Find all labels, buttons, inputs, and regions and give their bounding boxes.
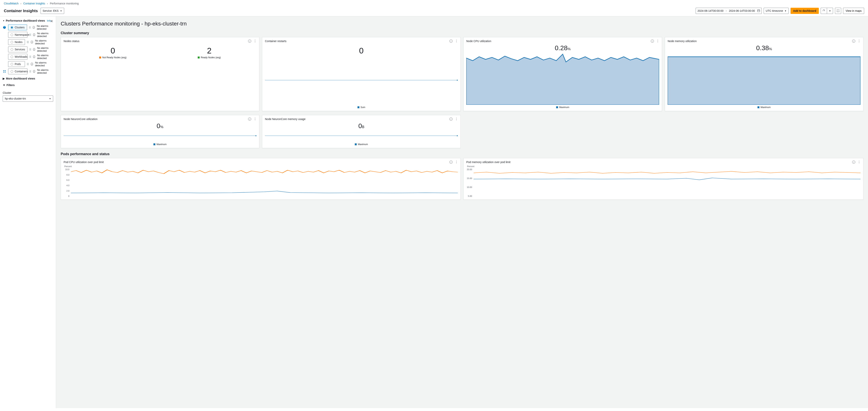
y-axis-label: Percent (64, 165, 458, 168)
triangle-down-icon: ▼ (3, 83, 5, 87)
menu-icon[interactable]: ⋮ (253, 40, 256, 43)
pods-section-title: Pods performance and status (61, 152, 863, 156)
alarm-status-box (29, 48, 31, 50)
view-containers[interactable]: Containers (8, 69, 27, 74)
ready-value: 2 (198, 46, 221, 56)
filters-label: Filters (6, 83, 15, 87)
view-label: Workloads (15, 55, 27, 58)
y-tick: 0 (64, 195, 69, 197)
restarts-value: 0 (359, 46, 364, 56)
chevron-right-icon: › (726, 9, 726, 12)
view-services[interactable]: Services (8, 46, 27, 52)
info-icon[interactable]: i (651, 40, 654, 43)
svg-point-7 (5, 72, 6, 73)
view-nodes-radio[interactable] (11, 41, 13, 43)
view-containers-radio[interactable] (11, 70, 13, 73)
view-pods-radio[interactable] (11, 63, 13, 65)
legend-label: Ready Nodes (avg) (201, 56, 221, 59)
cluster-filter-select[interactable]: hp-eks-cluster-trn ▼ (3, 96, 53, 102)
filters-toggle[interactable]: ▼ Filters (3, 83, 53, 87)
alarm-text: No alarms detected (35, 39, 53, 45)
time-range-picker[interactable]: 2024-06-14T00:00:00 › 2024-06-14T03:00:0… (695, 8, 762, 14)
info-icon[interactable]: i (248, 40, 251, 43)
menu-icon[interactable]: ⋮ (858, 161, 861, 164)
card-title: Nodes status (64, 40, 80, 43)
view-clusters[interactable]: Clusters (8, 25, 27, 30)
info-icon[interactable]: i (33, 33, 35, 36)
alarm-status-box (27, 41, 29, 43)
range-start: 2024-06-14T00:00:00 (698, 9, 723, 12)
view-clusters-radio[interactable] (11, 26, 13, 29)
add-to-dashboard-button[interactable]: Add to dashboard (790, 8, 819, 14)
chevron-down-icon: ▼ (60, 10, 62, 12)
menu-icon[interactable]: ⋮ (656, 40, 659, 43)
legend-label: Maximum (761, 106, 771, 109)
menu-icon[interactable]: ⋮ (455, 161, 458, 164)
service-select-label: Service: EKS (43, 9, 59, 12)
info-icon[interactable]: i (31, 63, 33, 65)
timezone-select[interactable]: UTC timezone ▼ (764, 8, 788, 14)
menu-icon[interactable]: ⋮ (858, 40, 861, 43)
view-namespaces[interactable]: Namespaces (8, 32, 27, 38)
legend-label: Maximum (157, 143, 166, 146)
menu-icon[interactable]: ⋮ (253, 117, 256, 121)
area-chart (466, 53, 659, 105)
alarm-status-box (29, 34, 31, 36)
cluster-filter-label: Cluster (3, 91, 53, 94)
info-icon[interactable]: i (852, 40, 855, 43)
alarm-status-box (27, 63, 29, 65)
info-icon[interactable]: i (33, 56, 35, 58)
views-list: Clusters i No alarms detected Namespaces… (3, 25, 53, 74)
info-icon[interactable]: i (852, 161, 855, 164)
info-icon[interactable]: i (450, 117, 453, 121)
view-in-maps-button[interactable]: View in maps (843, 8, 864, 14)
view-pods[interactable]: Pods (8, 61, 25, 67)
info-icon[interactable]: i (248, 117, 251, 121)
view-workloads[interactable]: Workloads (8, 54, 27, 60)
card-title: Node memory utilization (668, 40, 696, 43)
view-namespaces-radio[interactable] (11, 34, 13, 36)
info-icon[interactable]: i (450, 40, 453, 43)
close-sidebar-button[interactable]: ✕ (50, 19, 53, 23)
alarm-text: No alarms detected (37, 32, 53, 38)
triangle-down-icon: ▼ (3, 20, 5, 22)
y-axis-label: Percent (467, 165, 861, 168)
refresh-icon (823, 9, 825, 12)
more-views-toggle[interactable]: ▶ More dashboard views (3, 77, 53, 80)
view-services-radio[interactable] (11, 48, 13, 51)
cluster-summary-title: Cluster summary (61, 31, 863, 35)
legend-dot-blue (556, 106, 558, 108)
y-tick: 10.0 (64, 168, 69, 171)
info-icon[interactable]: i (33, 48, 35, 51)
view-nodes[interactable]: Nodes (8, 39, 25, 45)
main-content: Clusters Performance monitoring - hp-eks… (56, 16, 868, 408)
info-icon[interactable]: i (33, 26, 35, 29)
y-tick: 6.0 (64, 179, 69, 181)
refresh-options-button[interactable]: ▼ (827, 8, 833, 14)
info-icon[interactable]: i (33, 70, 35, 73)
info-icon[interactable]: i (31, 41, 33, 43)
triangle-right-icon: ▶ (3, 77, 5, 80)
breadcrumb-cloudwatch[interactable]: CloudWatch (4, 2, 19, 5)
info-icon[interactable]: i (450, 161, 453, 164)
view-workloads-radio[interactable] (11, 56, 13, 58)
refresh-button[interactable] (821, 8, 827, 14)
card-title: Node NeuronCore utilization (64, 117, 98, 121)
views-section-toggle[interactable]: ▼ Performance dashboard views Info (3, 19, 53, 22)
line-chart: 10.0 8.0 6.0 4.0 2.0 0 (64, 168, 458, 197)
y-tick: 15.00 (466, 177, 472, 179)
fullscreen-button[interactable] (835, 8, 841, 14)
y-tick: 4.0 (64, 184, 69, 186)
page-header: Container Insights Service: EKS ▼ 2024-0… (0, 7, 868, 16)
alarm-status-box (29, 70, 31, 73)
range-end: 2024-06-14T03:00:00 (729, 9, 755, 12)
y-tick: 8.0 (64, 174, 69, 176)
breadcrumb-container-insights[interactable]: Container Insights (23, 2, 45, 5)
page-title: Container Insights (4, 9, 38, 13)
cluster-filter-value: hp-eks-cluster-trn (5, 97, 26, 100)
menu-icon[interactable]: ⋮ (455, 40, 458, 43)
legend-label: Maximum (358, 143, 368, 146)
menu-icon[interactable]: ⋮ (455, 117, 458, 121)
service-select[interactable]: Service: EKS ▼ (40, 8, 64, 14)
breadcrumb-current: Performance monitoring (50, 2, 79, 5)
